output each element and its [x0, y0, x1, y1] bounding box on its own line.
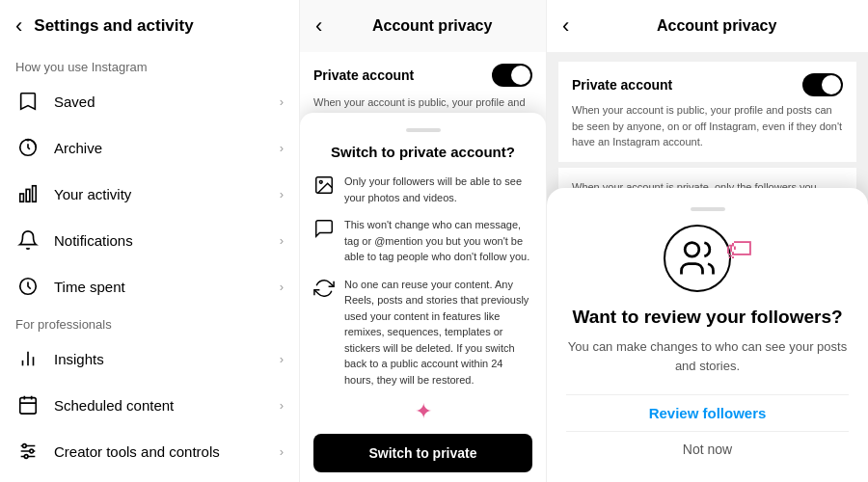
svg-point-11 [319, 180, 322, 183]
notifications-right: › [280, 233, 284, 248]
archive-label: Archive [54, 140, 280, 156]
switch-to-private-button[interactable]: Switch to private [313, 434, 532, 472]
your-activity-label: Your activity [54, 186, 280, 202]
archive-icon [15, 135, 41, 160]
review-followers-panel: ‹ Account privacy Private account When y… [547, 0, 868, 482]
sheet-item-2: This won't change who can message, tag o… [313, 217, 532, 265]
avatar-icon [664, 225, 731, 292]
private-toggle[interactable] [492, 64, 532, 87]
panel3-title: Account privacy [581, 17, 853, 35]
svg-rect-3 [33, 186, 37, 202]
insights-label: Insights [54, 351, 280, 367]
panel1-title: Settings and activity [34, 16, 193, 36]
sliders-icon [15, 439, 41, 464]
menu-item-scheduled[interactable]: Scheduled content › [0, 382, 299, 428]
chevron-icon: › [280, 141, 284, 155]
scheduled-label: Scheduled content [54, 397, 280, 414]
creator-tools-right: › [280, 444, 284, 459]
menu-item-archive[interactable]: Archive › [0, 124, 299, 171]
refresh-icon [313, 278, 335, 299]
chevron-icon: › [280, 94, 284, 109]
your-activity-right: › [280, 187, 284, 201]
menu-item-saved[interactable]: Saved › [0, 78, 299, 124]
chevron-icon: › [280, 398, 284, 413]
menu-item-notifications[interactable]: Notifications › [0, 217, 299, 263]
menu-item-time-spent[interactable]: Time spent › [0, 263, 299, 309]
clock-icon [15, 274, 41, 299]
settings-panel: ‹ Settings and activity How you use Inst… [0, 0, 300, 482]
private-toggle-row: Private account [313, 64, 532, 87]
review-icon-container: 🏷 [566, 225, 849, 292]
svg-rect-2 [26, 189, 30, 201]
tag-icon: 🏷 [725, 233, 752, 265]
svg-point-12 [685, 243, 699, 257]
chevron-icon: › [280, 444, 284, 459]
not-now-button[interactable]: Not now [566, 431, 849, 467]
sheet-text-1: Only your followers will be able to see … [344, 174, 532, 205]
panel2-back-icon[interactable]: ‹ [315, 13, 322, 39]
time-spent-label: Time spent [54, 279, 280, 295]
message-icon [313, 218, 335, 239]
sheet-item-3: No one can reuse your content. Any Reels… [313, 277, 532, 388]
svg-rect-1 [20, 194, 24, 201]
review-desc: You can make changes to who can see your… [566, 337, 849, 375]
chevron-icon: › [280, 352, 284, 366]
image-icon [313, 174, 335, 196]
svg-point-8 [24, 455, 28, 459]
sheet-text-3: No one can reuse your content. Any Reels… [344, 277, 532, 388]
private-account-label2: Private account [572, 77, 672, 93]
time-spent-right: › [280, 280, 284, 294]
calendar-icon [15, 392, 41, 417]
private-account-label: Private account [313, 67, 414, 83]
sheet-item-1: Only your followers will be able to see … [313, 174, 532, 205]
archive-right: › [280, 141, 284, 155]
panel3-desc1: When your account is public, your profil… [572, 102, 843, 150]
panel3-back-icon[interactable]: ‹ [562, 13, 569, 39]
svg-point-7 [30, 449, 34, 453]
modal-handle [691, 207, 725, 211]
sheet-handle [406, 128, 441, 132]
menu-item-insights[interactable]: Insights › [0, 335, 299, 382]
private-toggle-2[interactable] [802, 73, 843, 96]
section2-label: For professionals [0, 309, 299, 335]
notifications-label: Notifications [54, 232, 280, 249]
back-arrow-icon[interactable]: ‹ [15, 13, 22, 39]
panel1-header: ‹ Settings and activity [0, 0, 299, 52]
menu-item-your-activity[interactable]: Your activity › [0, 171, 299, 217]
creator-tools-label: Creator tools and controls [54, 443, 280, 460]
saved-right: › [280, 94, 284, 109]
menu-item-creator-tools[interactable]: Creator tools and controls › [0, 428, 299, 474]
switch-private-sheet: Switch to private account? Only your fol… [300, 113, 546, 482]
panel3-header: ‹ Account privacy [547, 0, 868, 52]
activity-icon [15, 181, 41, 206]
sheet-title: Switch to private account? [313, 144, 532, 160]
review-followers-button[interactable]: Review followers [566, 394, 849, 431]
section3-label: Who can see your content [0, 474, 299, 482]
insights-icon [15, 346, 41, 371]
panel2-header: ‹ Account privacy [300, 0, 546, 52]
saved-label: Saved [54, 94, 280, 110]
bell-icon [15, 228, 41, 253]
chevron-icon: › [280, 187, 284, 201]
privacy-card-1: Private account When your account is pub… [558, 62, 856, 162]
instagram-logo: ✦ [313, 399, 532, 424]
insights-right: › [280, 352, 284, 366]
panel2-title: Account privacy [334, 17, 530, 35]
account-privacy-panel: ‹ Account privacy Private account When y… [300, 0, 547, 482]
svg-point-6 [23, 444, 27, 448]
sheet-text-2: This won't change who can message, tag o… [344, 217, 532, 265]
section1-label: How you use Instagram [0, 52, 299, 78]
review-followers-modal: 🏷 Want to review your followers? You can… [547, 188, 868, 482]
scheduled-right: › [280, 398, 284, 413]
chevron-icon: › [280, 233, 284, 248]
privacy-card-row: Private account [572, 73, 843, 96]
svg-rect-5 [20, 398, 37, 415]
review-title: Want to review your followers? [566, 306, 849, 330]
chevron-icon: › [280, 280, 284, 294]
bookmark-icon [15, 89, 41, 114]
